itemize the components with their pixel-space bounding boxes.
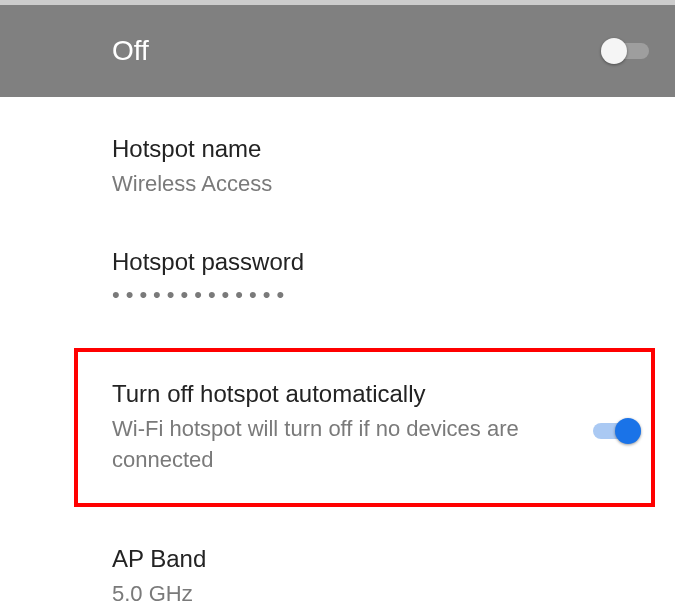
hotspot-name-value: Wireless Access <box>112 169 645 200</box>
auto-off-description: Wi-Fi hotspot will turn off if no device… <box>112 414 573 476</box>
switch-thumb <box>615 418 641 444</box>
auto-off-switch[interactable] <box>593 418 641 438</box>
switch-thumb <box>601 38 627 64</box>
hotspot-master-switch[interactable] <box>601 38 649 64</box>
hotspot-password-label: Hotspot password <box>112 248 645 276</box>
hotspot-password-item[interactable]: Hotspot password ••••••••••••• <box>112 210 645 318</box>
hotspot-name-item[interactable]: Hotspot name Wireless Access <box>112 97 645 210</box>
ap-band-item[interactable]: AP Band 5.0 GHz <box>112 517 645 615</box>
hotspot-password-value: ••••••••••••• <box>112 282 645 308</box>
hotspot-state-title: Off <box>112 35 149 67</box>
auto-off-label: Turn off hotspot automatically <box>112 380 573 408</box>
hotspot-name-label: Hotspot name <box>112 135 645 163</box>
ap-band-value: 5.0 GHz <box>112 579 645 610</box>
settings-list: Hotspot name Wireless Access Hotspot pas… <box>0 97 675 615</box>
ap-band-label: AP Band <box>112 545 645 573</box>
auto-off-item[interactable]: Turn off hotspot automatically Wi-Fi hot… <box>112 380 641 476</box>
highlight-box: Turn off hotspot automatically Wi-Fi hot… <box>74 348 655 508</box>
hotspot-master-toggle-row[interactable]: Off <box>0 5 675 97</box>
